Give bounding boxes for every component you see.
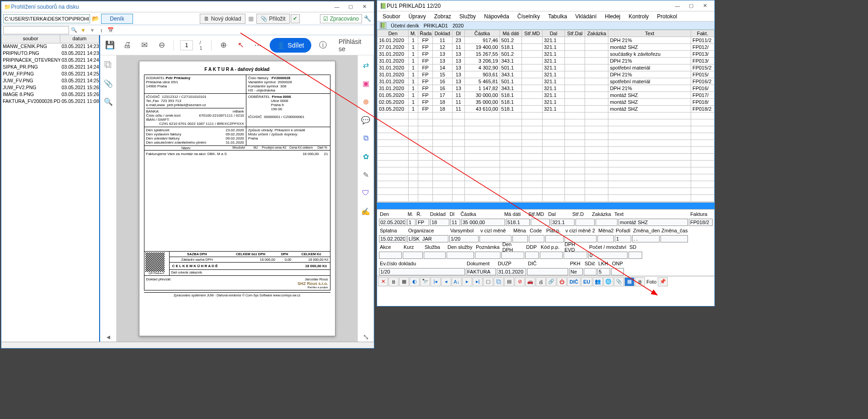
stamp-icon[interactable]: ✿ [361,151,371,161]
signin-link[interactable]: Přihlásit se [339,38,369,53]
table-row[interactable]: 31.01.20201FP1513903,61343.1321.1DPH 21%… [378,71,714,78]
file-row[interactable]: JUW_FV.PNG03.05.2021 14:25 [1,78,99,85]
form-input[interactable] [611,268,624,275]
qr-icon[interactable]: ▦ [246,14,256,23]
col-head[interactable]: Den [378,30,409,37]
car-icon[interactable]: 🚗 [525,277,535,286]
attachment-icon[interactable]: 📎 [103,78,113,88]
form-input[interactable] [540,252,563,259]
grid-hscroll[interactable] [377,203,714,209]
copy-icon[interactable]: ⿻ [103,60,113,70]
table-row[interactable]: 31.01.20201FP16131 147,82343.1321.1DPH 2… [378,85,714,92]
form-input[interactable] [501,252,524,259]
wrench-icon[interactable]: 🔧 [363,14,372,23]
form-input[interactable] [529,235,544,242]
table-row[interactable]: 02.05.20201FP181135 000,00518.1321.1mont… [378,99,714,106]
sort-icon[interactable]: ↕ [97,26,106,34]
add-icon[interactable]: ▢ [483,277,493,286]
form-input[interactable] [424,252,446,259]
menu-úpravy[interactable]: Úpravy [405,12,430,21]
col-head[interactable]: Zakázka [585,30,608,37]
file-row[interactable]: FAKTURA_FV2000028.PDF05.05.2021 11:08 [1,98,99,105]
menu-protokol[interactable]: Protokol [653,12,681,21]
form-input[interactable] [430,219,449,226]
denik-button[interactable]: Deník [101,14,133,24]
file-row[interactable]: PRIPNUTO.PNG03.05.2021 14:23 [1,50,99,57]
funnel2-icon[interactable]: ▼ [88,26,96,34]
close-button[interactable]: ✕ [357,2,371,11]
dic-button[interactable]: DIČ [567,277,580,286]
file-row[interactable]: IMAGE 8.PNG03.05.2021 15:26 [1,91,99,98]
pin-icon[interactable]: 📌 [658,277,668,286]
form-input[interactable] [379,268,465,275]
form-input[interactable] [407,235,448,242]
delete-icon[interactable]: ✕ [378,277,388,286]
form-input[interactable] [525,252,539,259]
min-button[interactable]: — [330,2,344,11]
grid-icon[interactable]: ▦ [399,277,409,286]
people-icon[interactable]: 👥 [593,277,603,286]
file-row[interactable]: JUW_FV2.PNG03.05.2021 15:26 [1,85,99,91]
col-head[interactable]: Má dáti [500,30,522,37]
path-input[interactable] [3,14,90,23]
col-head[interactable]: Doklad [433,30,452,37]
form-input[interactable] [569,268,583,275]
qr-icon-bt[interactable]: ▦ [624,277,634,286]
protect-icon[interactable]: 🛡 [361,188,371,198]
note-icon[interactable]: 🗎 [389,277,399,286]
form-input[interactable] [379,235,406,242]
edit-icon[interactable]: ▣ [361,78,371,88]
form-input[interactable] [551,219,575,226]
close-button-r[interactable]: ✕ [698,1,712,11]
form-input[interactable] [618,219,688,226]
funnel-icon[interactable]: ▼ [79,26,87,34]
open-folder-icon[interactable]: 📂 [91,14,100,23]
min-button-r[interactable]: — [671,1,684,11]
col-head[interactable]: Částka [465,30,500,37]
journal-grid[interactable]: DenM.ŘadaDokladDlČástkaMá dátiStř.MDDalS… [377,30,714,203]
insert-icon[interactable]: ▤ [504,277,514,286]
form-input[interactable] [379,252,402,259]
sort-icon-bt[interactable]: A↓ [452,277,462,286]
pointer-icon[interactable]: ↖ [235,40,246,51]
form-input[interactable] [588,252,628,259]
menu-služby[interactable]: Služby [456,12,479,21]
file-row[interactable]: SIPKA_PR.PNG03.05.2021 14:24 [1,64,99,71]
menu-nápověda[interactable]: Nápověda [480,12,513,21]
file-row[interactable]: MANW_CENIK.PNG03.05.2021 14:23 [1,43,99,50]
search-icon[interactable]: 🔍 [70,26,78,34]
save-icon[interactable]: 💾 [105,40,116,51]
menu-tabulka[interactable]: Tabulka [544,12,570,21]
table-row[interactable]: 01.05.20201FP171130 000,00518.1321.1mont… [378,92,714,99]
col-head[interactable]: M. [408,30,418,37]
form-input[interactable] [466,268,496,275]
page-input[interactable] [180,40,193,50]
col-head[interactable]: Stř.MD [522,30,543,37]
col-head[interactable]: Dal [543,30,565,37]
share-button[interactable]: 👤 Sdílet [270,38,311,53]
file-row[interactable]: PRIPINACEK_OTEVRENY.PNG03.05.2021 14:24 [1,57,99,64]
col-head[interactable]: Text [608,30,691,37]
form-input[interactable] [379,219,406,226]
search-icon-2[interactable]: 🔍 [103,97,113,107]
world-icon[interactable]: 🌐 [603,277,613,286]
menu-vkládání[interactable]: Vkládání [572,12,601,21]
form-input[interactable] [531,219,550,226]
form-input[interactable] [628,252,642,259]
last-icon[interactable]: ▸| [473,277,483,286]
combine-icon[interactable]: ⧉ [361,133,371,143]
next-icon[interactable]: ▸ [462,277,472,286]
document-canvas[interactable]: F A K T U R A - daňový doklad DODAVATEL … [117,55,357,342]
form-input[interactable] [545,235,564,242]
table-row[interactable]: 27.01.20201FP121119 400,00518.1321.1mont… [378,44,714,51]
form-input[interactable] [497,268,526,275]
binoculars-icon[interactable]: 🔭 [420,277,430,286]
table-row[interactable]: 03.05.20201FP181143 610,00518.1321.1mont… [378,106,714,113]
copy-icon-bt[interactable]: ⿻ [494,277,504,286]
novy-doklad-button[interactable]: 🗎 Nový doklad [200,14,245,24]
mail-icon[interactable]: ✉ [139,40,150,51]
help-icon[interactable]: ⓘ [318,40,329,51]
form-input[interactable] [632,235,660,242]
hscroll[interactable] [1,342,374,348]
form-input[interactable] [660,235,688,242]
